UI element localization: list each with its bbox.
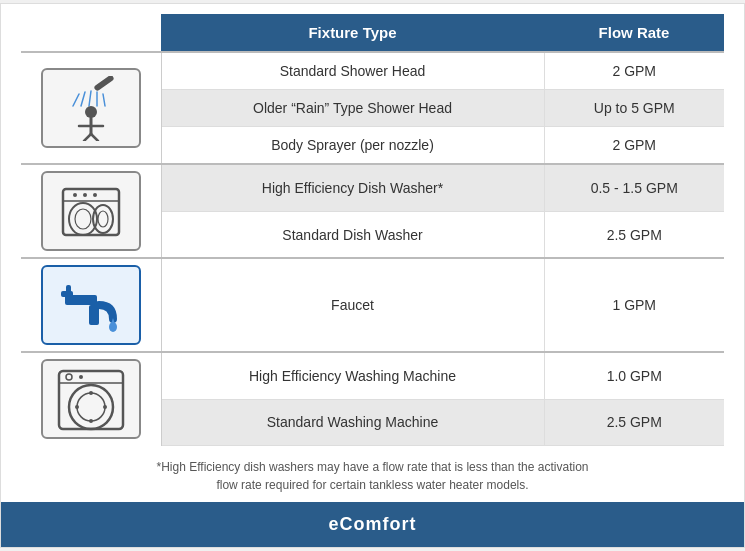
footnote-line2: flow rate required for certain tankless … [216,478,528,492]
svg-point-34 [75,405,79,409]
svg-line-3 [89,91,91,106]
svg-point-18 [83,193,87,197]
svg-point-32 [89,391,93,395]
brand-name: eComfort [329,514,417,534]
fixture-name: Standard Washing Machine [161,399,544,445]
svg-point-6 [85,106,97,118]
flow-rate: 1 GPM [544,258,724,352]
svg-point-28 [66,374,72,380]
table-row: Standard Shower Head 2 GPM [21,52,724,90]
svg-point-33 [89,419,93,423]
svg-line-2 [81,92,85,106]
footnote-line1: *High Efficiency dish washers may have a… [157,460,589,474]
shower-svg [51,76,131,141]
svg-point-17 [73,193,77,197]
flow-rate: Up to 5 GPM [544,90,724,127]
table-row: Faucet 1 GPM [21,258,724,352]
fixture-name: Faucet [161,258,544,352]
flow-rate: 2.5 GPM [544,399,724,445]
fixture-name: Body Sprayer (per nozzle) [161,127,544,165]
col-fixture-header: Fixture Type [161,14,544,52]
fixture-table: Fixture Type Flow Rate [21,14,724,446]
flow-rate: 2.5 GPM [544,211,724,258]
fixture-name: Older “Rain” Type Shower Head [161,90,544,127]
svg-point-16 [98,211,108,227]
shower-icon-box [41,68,141,148]
table-row: High Efficiency Dish Washer* 0.5 - 1.5 G… [21,164,724,211]
table-row: High Efficiency Washing Machine 1.0 GPM [21,352,724,399]
svg-line-5 [103,94,105,106]
svg-point-29 [79,375,83,379]
fixture-name: Standard Dish Washer [161,211,544,258]
svg-line-9 [84,134,91,141]
col-flow-header: Flow Rate [544,14,724,52]
svg-point-14 [75,209,91,229]
svg-point-35 [103,405,107,409]
fixture-name: High Efficiency Dish Washer* [161,164,544,211]
washer-icon-box [41,359,141,439]
svg-rect-23 [66,285,71,295]
flow-rate: 1.0 GPM [544,352,724,399]
col-icon-header [21,14,161,52]
faucet-icon-box [41,265,141,345]
flow-rate: 2 GPM [544,127,724,165]
table-wrapper: eComfort Fixture Type Flow Rate [1,4,744,446]
dishwasher-icon-box [41,171,141,251]
shower-icon-cell [21,52,161,164]
footer-bar: eComfort [1,502,744,547]
dishwasher-svg [51,179,131,244]
faucet-svg [51,273,131,338]
flow-rate: 0.5 - 1.5 GPM [544,164,724,211]
svg-line-10 [91,134,98,141]
fixture-name: High Efficiency Washing Machine [161,352,544,399]
fixture-name: Standard Shower Head [161,52,544,90]
svg-line-1 [73,94,79,106]
dishwasher-icon-cell [21,164,161,258]
footnote: *High Efficiency dish washers may have a… [1,446,744,502]
main-container: eComfort Fixture Type Flow Rate [0,3,745,548]
svg-point-31 [77,393,105,421]
faucet-icon-cell [21,258,161,352]
flow-rate: 2 GPM [544,52,724,90]
svg-point-19 [93,193,97,197]
washer-icon-cell [21,352,161,445]
svg-rect-0 [93,76,114,92]
washer-svg [51,367,131,432]
